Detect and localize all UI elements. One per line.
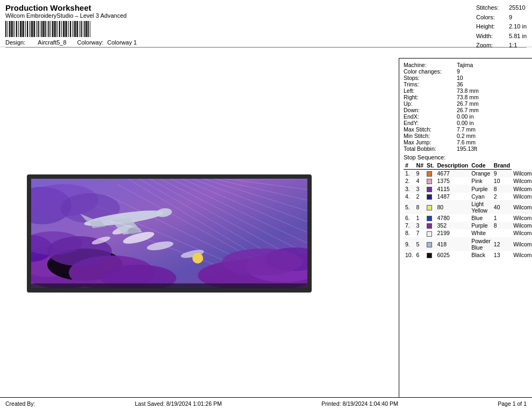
up-label: Up: [404,100,455,107]
trims-value: 36 [457,81,463,87]
row-st: 80 [435,200,470,214]
page-number: Page 1 of 1 [498,400,527,407]
row-num: 2. [404,177,415,185]
row-num: 4. [404,193,415,200]
row-st: 4677 [435,170,470,178]
row-brand: Wilcom [512,200,532,214]
colorway-value: Colorway 1 [107,39,137,46]
row-brand: Wilcom [512,222,532,229]
color-changes-value: 9 [457,68,460,75]
row-n: 5 [415,237,425,251]
row-st: 418 [435,237,470,251]
row-code: 8 [492,222,512,229]
row-code: 40 [492,200,512,214]
table-row: 3. 3 4115 Purple 8 Wilcom [404,185,532,192]
preview-area [0,62,399,397]
table-row: 10. 6 6025 Black 13 Wilcom [404,251,532,259]
table-row: 7. 3 352 Purple 8 Wilcom [404,222,532,229]
min-stitch-label: Min Stitch: [404,133,455,139]
row-desc: Light Yellow [470,200,492,214]
row-num: 5. [404,200,415,214]
svg-point-36 [192,253,203,264]
row-desc: Black [470,251,492,259]
page-title: Production Worksheet [5,3,137,12]
row-n: 1 [415,214,425,222]
row-code: 1 [492,214,512,222]
max-jump-value: 7.6 mm [457,139,476,145]
endy-label: EndY: [404,120,455,126]
row-brand: Wilcom [512,177,532,185]
row-st: 1375 [435,177,470,185]
row-n: 9 [415,170,425,178]
printed: Printed: 8/19/2024 1:04:40 PM [321,400,398,407]
zoom-label: Zoom: [476,41,506,50]
zoom-value: 1:1 [509,41,517,50]
colorway-label: Colorway: [77,39,104,46]
col-st: St. [425,162,435,170]
row-num: 7. [404,222,415,229]
row-n: 3 [415,222,425,229]
stop-table: # N# St. Description Code Brand 1. 9 467… [404,162,532,259]
embroidery-svg [31,179,307,288]
row-n: 2 [415,193,425,200]
col-num: # [404,162,415,170]
height-label: Height: [476,22,506,32]
table-row: 4. 2 1487 Cyan 2 Wilcom [404,193,532,200]
table-row: 9. 5 418 Powder Blue 12 Wilcom [404,237,532,251]
down-label: Down: [404,107,455,113]
row-num: 6. [404,214,415,222]
row-num: 3. [404,185,415,192]
color-swatch-icon [427,171,432,177]
row-num: 1. [404,170,415,178]
row-swatch [425,237,435,251]
row-st: 4115 [435,185,470,192]
row-n: 3 [415,185,425,192]
row-n: 7 [415,229,425,237]
svg-rect-44 [31,283,307,288]
up-value: 26.7 mm [457,100,479,107]
height-value: 2.10 in [509,22,527,32]
stats-box: Stitches: 25510 Colors: 9 Height: 2.10 i… [476,3,527,50]
row-code: 8 [492,185,512,192]
row-desc: Cyan [470,193,492,200]
col-brand: Brand [492,162,512,170]
stop-sequence-title: Stop Sequence: [404,154,528,160]
table-row: 5. 8 80 Light Yellow 40 Wilcom [404,200,532,214]
printed-value: 8/19/2024 1:04:40 PM [342,400,398,407]
endx-label: EndX: [404,113,455,120]
row-brand: Wilcom [512,214,532,222]
row-swatch [425,222,435,229]
colors-value: 9 [509,13,512,23]
row-n: 8 [415,200,425,214]
row-st: 2199 [435,229,470,237]
row-code: 12 [492,237,512,251]
row-desc: Purple [470,222,492,229]
max-stitch-value: 7.7 mm [457,126,476,133]
right-value: 73.8 mm [457,94,479,100]
machine-label: Machine: [404,62,455,68]
last-saved-value: 8/19/2024 1:01:26 PM [166,400,221,407]
color-swatch-icon [427,253,432,258]
color-swatch-icon [427,216,432,221]
row-num: 10. [404,251,415,259]
table-row: 2. 4 1375 Pink 10 Wilcom [404,177,532,185]
col-n: N# [415,162,425,170]
row-code: 10 [492,177,512,185]
left-label: Left: [404,87,455,94]
table-row: 1. 9 4677 Orange 9 Wilcom [404,170,532,178]
col-desc: Description [435,162,470,170]
stitches-label: Stitches: [476,3,506,13]
row-code: 13 [492,251,512,259]
endx-value: 0.00 in [457,113,474,120]
svg-point-30 [222,249,303,275]
machine-value: Tajima [457,62,473,68]
min-stitch-value: 0.2 mm [457,133,476,139]
color-swatch-icon [427,231,432,237]
row-swatch [425,177,435,185]
row-n: 4 [415,177,425,185]
embroidery-frame [27,174,312,293]
color-swatch-icon [427,187,432,192]
row-st: 352 [435,222,470,229]
design-value: Aircraft5_8 [38,39,66,46]
right-panel: Machine:Tajima Color changes:9 Stops:10 … [399,58,532,397]
